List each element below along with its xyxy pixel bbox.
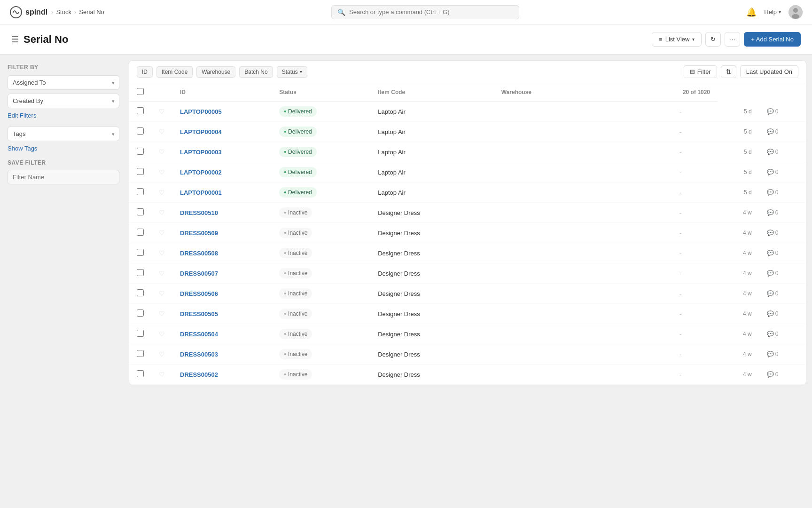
row-id[interactable]: DRESS00504: [172, 324, 272, 344]
favorite-icon[interactable]: ♡: [159, 330, 165, 338]
user-avatar[interactable]: [789, 5, 803, 19]
favorite-icon[interactable]: ♡: [159, 108, 165, 115]
row-checkbox[interactable]: [137, 208, 144, 215]
row-checkbox[interactable]: [137, 370, 144, 377]
row-checkbox[interactable]: [137, 350, 144, 357]
row-id[interactable]: DRESS00509: [172, 223, 272, 243]
row-item-code: Designer Dress: [370, 365, 494, 385]
status-badge: Inactive: [279, 288, 312, 299]
search-box[interactable]: 🔍: [331, 5, 519, 19]
row-checkbox[interactable]: [137, 330, 144, 337]
filter-tag-item-code[interactable]: Item Code: [156, 66, 193, 78]
row-id[interactable]: DRESS00510: [172, 203, 272, 223]
row-checkbox[interactable]: [137, 188, 144, 195]
comment-icon: 💬: [767, 351, 774, 357]
favorite-icon[interactable]: ♡: [159, 290, 165, 297]
row-id[interactable]: DRESS00506: [172, 284, 272, 304]
filter-tag-status[interactable]: Status ▾: [277, 66, 307, 78]
select-all-checkbox[interactable]: [137, 88, 144, 95]
row-id[interactable]: DRESS00508: [172, 243, 272, 263]
row-checkbox[interactable]: [137, 229, 144, 236]
row-dash: -: [643, 203, 718, 223]
status-badge: Inactive: [279, 329, 312, 339]
row-dash: -: [643, 243, 718, 263]
row-id[interactable]: DRESS00503: [172, 344, 272, 365]
filter-button[interactable]: ⊟ Filter: [684, 65, 717, 78]
row-checkbox[interactable]: [137, 289, 144, 296]
row-checkbox[interactable]: [137, 127, 144, 135]
row-checkbox[interactable]: [137, 249, 144, 256]
last-updated-button[interactable]: Last Updated On: [740, 65, 798, 78]
row-warehouse: [494, 243, 617, 263]
row-id[interactable]: LAPTOP00005: [172, 102, 272, 122]
assigned-to-select[interactable]: Assigned To: [8, 75, 119, 90]
row-id[interactable]: LAPTOP00002: [172, 162, 272, 183]
favorite-icon[interactable]: ♡: [159, 371, 165, 378]
notifications-button[interactable]: 🔔: [746, 7, 757, 17]
row-id[interactable]: DRESS00507: [172, 263, 272, 284]
row-status: Delivered: [272, 162, 370, 183]
favorite-icon[interactable]: ♡: [159, 148, 165, 156]
row-dash: -: [643, 324, 718, 344]
edit-filters-link[interactable]: Edit Filters: [8, 112, 119, 119]
breadcrumb: › Stock › Serial No: [51, 8, 104, 16]
row-item-code: Laptop Air: [370, 183, 494, 203]
logo-text: spindl: [25, 8, 47, 16]
row-checkbox[interactable]: [137, 310, 144, 317]
table-scroll[interactable]: ID Status Item Code Warehouse: [129, 83, 806, 385]
row-id[interactable]: LAPTOP00003: [172, 142, 272, 162]
row-id[interactable]: LAPTOP00004: [172, 122, 272, 142]
table-filter-bar: ID Item Code Warehouse Batch No Status ▾…: [129, 61, 806, 83]
favorite-icon[interactable]: ♡: [159, 310, 165, 318]
row-id[interactable]: DRESS00502: [172, 365, 272, 385]
more-options-button[interactable]: ···: [725, 32, 740, 47]
add-serial-no-button[interactable]: + Add Serial No: [744, 32, 801, 47]
help-button[interactable]: Help ▾: [764, 8, 781, 16]
comment-count: 0: [775, 209, 779, 216]
favorite-icon[interactable]: ♡: [159, 189, 165, 196]
row-dash: -: [643, 223, 718, 243]
row-dash: -: [643, 344, 718, 365]
row-time: 4 w: [718, 263, 759, 284]
row-warehouse: [494, 162, 617, 183]
breadcrumb-stock[interactable]: Stock: [56, 8, 71, 16]
th-id[interactable]: ID: [172, 83, 272, 102]
favorite-icon[interactable]: ♡: [159, 168, 165, 176]
table-row: ♡ DRESS00504 Inactive Designer Dress - 4…: [129, 324, 806, 344]
th-status[interactable]: Status: [272, 83, 370, 102]
favorite-icon[interactable]: ♡: [159, 350, 165, 358]
favorite-icon[interactable]: ♡: [159, 209, 165, 216]
th-warehouse[interactable]: Warehouse: [494, 83, 617, 102]
search-input[interactable]: [349, 8, 513, 16]
favorite-icon[interactable]: ♡: [159, 249, 165, 257]
row-checkbox[interactable]: [137, 148, 144, 155]
sort-button[interactable]: ⇅: [721, 65, 736, 78]
tags-select[interactable]: Tags: [8, 127, 119, 141]
refresh-button[interactable]: ↻: [705, 32, 721, 47]
row-spacer: [617, 344, 643, 365]
app-logo[interactable]: spindl: [9, 6, 47, 19]
th-item-code[interactable]: Item Code: [370, 83, 494, 102]
row-checkbox-cell: [129, 183, 151, 203]
filter-name-input[interactable]: [8, 170, 119, 184]
row-checkbox-cell: [129, 344, 151, 365]
row-heart-cell: ♡: [151, 344, 172, 365]
filter-tag-batch-no[interactable]: Batch No: [239, 66, 273, 78]
row-checkbox[interactable]: [137, 269, 144, 276]
favorite-icon[interactable]: ♡: [159, 128, 165, 135]
row-id[interactable]: DRESS00505: [172, 304, 272, 324]
row-checkbox[interactable]: [137, 107, 144, 114]
list-view-button[interactable]: ≡ List View ▾: [652, 32, 702, 47]
comment-count: 0: [775, 270, 779, 277]
breadcrumb-serial-no[interactable]: Serial No: [79, 8, 104, 16]
filter-tag-warehouse[interactable]: Warehouse: [196, 66, 235, 78]
row-checkbox[interactable]: [137, 168, 144, 175]
row-id[interactable]: LAPTOP00001: [172, 183, 272, 203]
favorite-icon[interactable]: ♡: [159, 270, 165, 277]
favorite-icon[interactable]: ♡: [159, 229, 165, 237]
filter-tag-id[interactable]: ID: [137, 66, 153, 78]
sidebar: Filter By Assigned To ▾ Created By ▾ Edi…: [0, 55, 127, 391]
menu-icon[interactable]: ☰: [11, 34, 19, 45]
show-tags-link[interactable]: Show Tags: [8, 145, 119, 152]
created-by-select[interactable]: Created By: [8, 94, 119, 108]
